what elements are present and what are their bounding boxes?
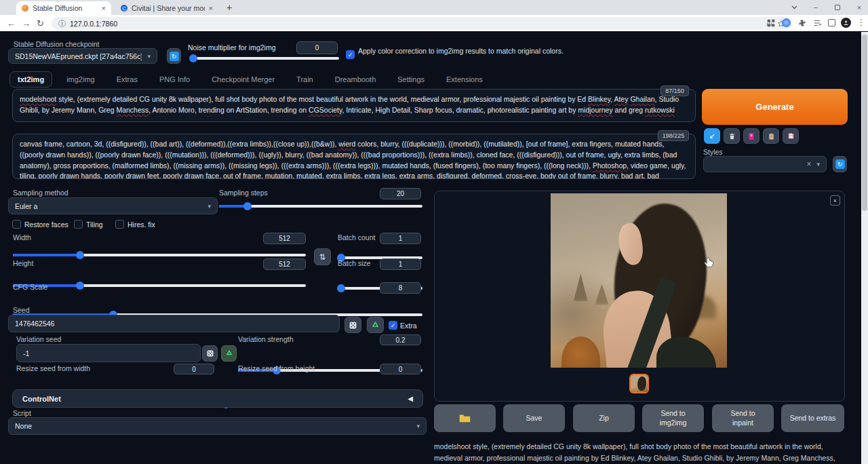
open-folder-button[interactable]: [434, 404, 496, 432]
tab-close-icon[interactable]: ×: [102, 4, 106, 12]
scrollbar-thumb[interactable]: [862, 35, 867, 211]
browser-tab-civitai[interactable]: C Civitai | Share your models ×: [115, 1, 218, 15]
seed-input[interactable]: 1476462546: [8, 315, 340, 332]
site-info-icon[interactable]: i: [58, 20, 66, 27]
window-maximize-icon[interactable]: [831, 1, 844, 14]
forward-icon[interactable]: →: [22, 19, 31, 28]
noise-multiplier-value[interactable]: 0: [296, 41, 338, 54]
script-dropdown[interactable]: None ▾: [8, 417, 427, 435]
hires-fix-checkbox[interactable]: [115, 220, 124, 229]
save-button[interactable]: Save: [503, 404, 565, 432]
zip-button[interactable]: Zip: [573, 404, 635, 432]
browser-tab-stable-diffusion[interactable]: Stable Diffusion ×: [16, 1, 111, 15]
variation-seed-label: Variation seed: [16, 335, 61, 343]
swap-arrows-icon: ⇅: [319, 252, 326, 262]
generate-button[interactable]: Generate: [702, 89, 848, 125]
refresh-checkpoints-button[interactable]: ↻: [167, 48, 181, 64]
swap-width-height-button[interactable]: ⇅: [314, 248, 331, 265]
paste-generation-params-button[interactable]: ↙: [704, 128, 720, 144]
send-to-img2img-button[interactable]: Send to img2img: [642, 404, 704, 432]
dice-icon: [349, 321, 357, 330]
puzzle-icon[interactable]: [797, 18, 807, 28]
batch-count-value[interactable]: 1: [380, 233, 421, 244]
extension-blue-icon[interactable]: [782, 18, 791, 27]
script-label: Script: [13, 409, 31, 417]
sampling-steps-value[interactable]: 20: [380, 188, 421, 199]
tab-train[interactable]: Train: [289, 72, 321, 87]
width-value[interactable]: 512: [263, 233, 306, 244]
styles-dropdown[interactable]: × ▾: [703, 156, 827, 172]
tab-txt2img[interactable]: txt2img: [9, 71, 52, 88]
floppy-save-icon: [787, 132, 795, 140]
tab-dreambooth[interactable]: Dreambooth: [328, 72, 384, 87]
variation-strength-value[interactable]: 0.2: [380, 334, 421, 345]
send-to-extras-button[interactable]: Send to extras: [781, 404, 844, 432]
save-style-button[interactable]: [783, 128, 799, 144]
prompt-tools-row: ↙: [704, 128, 799, 144]
noise-multiplier-slider[interactable]: [191, 57, 339, 60]
reading-list-icon[interactable]: [813, 19, 823, 27]
reuse-variation-seed-button[interactable]: [221, 345, 237, 362]
negative-prompt-token-counter: 198/225: [658, 130, 689, 141]
clear-styles-icon[interactable]: ×: [806, 159, 811, 169]
window-chevron-icon[interactable]: [788, 1, 800, 14]
send-to-inpaint-button[interactable]: Send to inpaint: [712, 404, 774, 432]
window-minimize-icon[interactable]: −: [810, 1, 822, 14]
checkpoint-dropdown[interactable]: SD15NewVAEpruned.ckpt [27a4ac756c] ▾: [8, 48, 157, 64]
resize-seed-height-value[interactable]: 0: [380, 364, 421, 374]
tab-title: Civitai | Share your models: [132, 4, 205, 12]
width-slider[interactable]: [13, 254, 306, 256]
profile-avatar[interactable]: [841, 18, 851, 28]
reload-icon[interactable]: ↻: [37, 19, 44, 28]
side-panel-icon[interactable]: [828, 19, 835, 26]
prompt-textarea[interactable]: modelshoot style, (extremely detailed CG…: [12, 89, 696, 122]
batch-size-value[interactable]: 1: [380, 258, 421, 270]
gradio-favicon: [22, 5, 28, 12]
refresh-icon: ↻: [835, 159, 845, 169]
controlnet-accordion[interactable]: ControlNet ◀: [12, 389, 423, 408]
address-bar[interactable]: i 127.0.0.1:7860: [52, 17, 792, 30]
back-icon[interactable]: ←: [7, 19, 16, 28]
generated-image[interactable]: [551, 193, 727, 368]
gallery-thumbnail-selected[interactable]: [629, 374, 649, 393]
refresh-styles-button[interactable]: ↻: [833, 156, 847, 172]
arrow-down-left-icon: ↙: [709, 132, 715, 140]
restore-faces-checkbox[interactable]: [12, 220, 21, 229]
resize-seed-width-value[interactable]: 0: [174, 364, 214, 374]
browser-menu-icon[interactable]: ⋮: [857, 18, 865, 27]
folder-icon: [459, 414, 471, 423]
extra-networks-button[interactable]: [743, 128, 760, 144]
new-tab-button[interactable]: +: [226, 2, 232, 13]
extensions-grid-icon[interactable]: [766, 18, 776, 28]
sampling-steps-slider[interactable]: [219, 205, 422, 208]
extra-seed-checkbox[interactable]: ✓: [389, 321, 397, 330]
height-slider[interactable]: [13, 284, 306, 287]
cfg-scale-value[interactable]: 8: [380, 282, 421, 294]
tab-close-icon[interactable]: ×: [209, 4, 213, 12]
extra-seed-label: Extra: [400, 322, 417, 330]
prompt-token-counter: 87/150: [660, 85, 689, 96]
tab-png-info[interactable]: PNG Info: [152, 72, 197, 87]
height-value[interactable]: 512: [263, 258, 306, 270]
close-image-icon[interactable]: ×: [830, 195, 840, 206]
variation-seed-input[interactable]: -1: [16, 344, 201, 362]
color-correction-checkbox[interactable]: ✓: [346, 50, 355, 59]
page-scrollbar[interactable]: [861, 32, 868, 464]
random-seed-button[interactable]: [344, 317, 361, 333]
resize-seed-height-label: Resize seed from height: [238, 364, 315, 372]
sampling-method-dropdown[interactable]: Euler a ▾: [8, 197, 218, 214]
reuse-seed-button[interactable]: [367, 317, 384, 333]
tiling-checkbox[interactable]: [74, 220, 83, 229]
random-variation-seed-button[interactable]: [202, 345, 218, 362]
negative-prompt-textarea[interactable]: canvas frame, cartoon, 3d, ((disfigured)…: [12, 134, 696, 179]
apply-styles-button[interactable]: [763, 128, 779, 144]
tab-checkpoint-merger[interactable]: Checkpoint Merger: [204, 72, 282, 87]
window-close-icon[interactable]: ×: [853, 1, 865, 14]
tab-extras[interactable]: Extras: [109, 72, 145, 87]
tab-settings[interactable]: Settings: [390, 72, 432, 87]
tab-extensions[interactable]: Extensions: [439, 72, 490, 87]
recycle-icon: [371, 321, 380, 330]
clear-prompt-button[interactable]: [724, 128, 740, 144]
height-label: Height: [13, 259, 33, 267]
tab-img2img[interactable]: img2img: [59, 72, 102, 87]
